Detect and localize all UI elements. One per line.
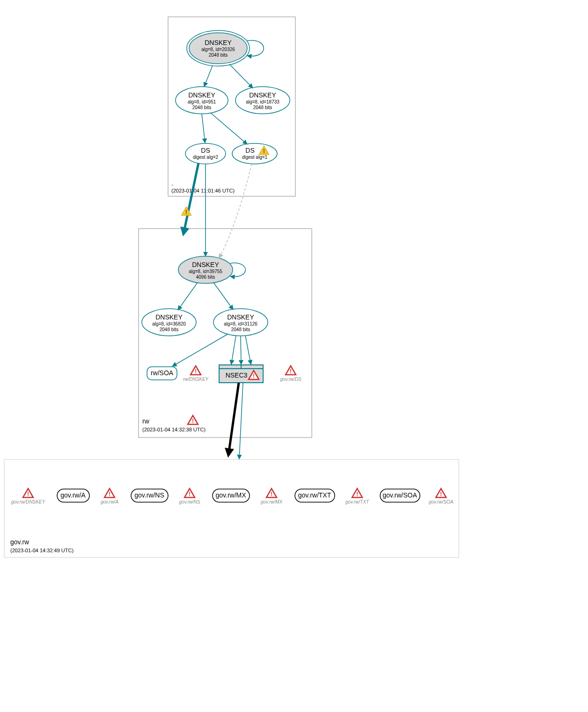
edge-cross-heavy <box>184 163 198 234</box>
item-gov-rw-soa-err[interactable]: gov.rw/SOA <box>429 489 454 504</box>
label: gov.rw/A <box>101 499 118 504</box>
label: alg=8, id=951 <box>188 99 216 104</box>
label: alg=8, id=36820 <box>152 321 186 326</box>
zone-root-name: . <box>171 179 173 187</box>
edge-cross-black <box>228 383 239 455</box>
label: 4096 bits <box>196 274 215 280</box>
label: gov.rw/A <box>60 491 86 499</box>
error-icon <box>352 489 362 497</box>
zone-rw-name: rw <box>142 417 150 425</box>
label: 2048 bits <box>253 105 272 110</box>
label: alg=8, id=31126 <box>224 321 257 326</box>
edge <box>202 114 205 143</box>
item-gov-rw-dnskey[interactable]: gov.rw/DNSKEY <box>11 489 46 504</box>
edge <box>231 335 236 364</box>
label: gov.rw/SOA <box>429 499 454 504</box>
node-rw-dnskey-31126[interactable]: DNSKEY alg=8, id=31126 2048 bits <box>213 309 268 336</box>
node-root-dnskey-951[interactable]: DNSKEY alg=8, id=951 2048 bits <box>176 87 228 114</box>
node-root-ds-1[interactable]: DS digest alg=1 <box>232 143 277 164</box>
label: digest alg=2 <box>193 155 219 160</box>
label: rw/SOA <box>151 369 174 377</box>
node-rw-dnskey-36820[interactable]: DNSKEY alg=8, id=36820 2048 bits <box>142 309 196 336</box>
label: gov.rw/MX <box>215 491 246 499</box>
edge <box>211 113 247 144</box>
edge <box>213 282 233 310</box>
node-rw-soa[interactable]: rw/SOA <box>147 367 177 380</box>
zone-rw-timestamp: (2023-01-04 14:32:38 UTC) <box>142 427 206 432</box>
zone-gov-rw-timestamp: (2023-01-04 14:32:49 UTC) <box>10 548 74 553</box>
edge-cross-dashed <box>219 164 252 258</box>
label: digest alg=1 <box>242 155 268 160</box>
label: DNSKEY <box>205 39 232 46</box>
label: rw/DNSKEY <box>183 377 209 382</box>
label: gov.rw/TXT <box>298 491 331 499</box>
item-gov-rw-ns-box[interactable]: gov.rw/NS <box>131 489 168 502</box>
label: gov.rw/SOA <box>382 491 417 499</box>
label: alg=8, id=20326 <box>201 47 235 52</box>
label: DNSKEY <box>192 261 219 268</box>
error-icon <box>184 489 195 497</box>
label: NSEC3 <box>226 371 248 379</box>
label: alg=8, id=39755 <box>189 269 222 274</box>
label: DNSKEY <box>188 91 215 99</box>
edge <box>204 66 213 87</box>
label: 2048 bits <box>192 105 212 110</box>
label: gov.rw/NS <box>179 499 200 504</box>
error-icon <box>104 489 115 497</box>
edge <box>172 334 228 366</box>
zone-gov-rw-name: gov.rw <box>10 538 29 546</box>
error-icon <box>286 366 296 375</box>
node-root-ksk[interactable]: DNSKEY alg=8, id=20326 2048 bits <box>187 30 250 66</box>
label: 2048 bits <box>209 52 228 58</box>
edge <box>229 64 253 88</box>
zone-root-timestamp: (2023-01-04 11:01:46 UTC) <box>171 188 235 193</box>
label: DNSKEY <box>249 91 276 99</box>
label: DNSKEY <box>227 313 254 321</box>
label: 2048 bits <box>160 327 179 332</box>
error-icon <box>23 489 33 497</box>
error-icon <box>188 415 198 424</box>
edge <box>245 335 251 364</box>
label: gov.rw/TXT <box>345 499 369 504</box>
node-gov-rw-ds[interactable]: gov.rw/DS <box>280 366 301 382</box>
node-rw-ksk[interactable]: DNSKEY alg=8, id=39755 4096 bits <box>178 256 233 283</box>
edge-cross-teal <box>239 383 243 459</box>
item-gov-rw-ns-err[interactable]: gov.rw/NS <box>179 489 200 504</box>
label: alg=8, id=18733 <box>246 99 279 104</box>
item-gov-rw-soa-box[interactable]: gov.rw/SOA <box>380 489 420 502</box>
error-icon <box>266 489 277 497</box>
edge <box>241 336 241 364</box>
item-gov-rw-a-err[interactable]: gov.rw/A <box>101 489 118 504</box>
label: DS <box>201 147 210 154</box>
node-rw-dnskey-error[interactable]: rw/DNSKEY <box>183 366 209 382</box>
label: gov.rw/NS <box>134 491 164 499</box>
edge <box>178 282 198 310</box>
node-rw-nsec3[interactable]: NSEC3 <box>219 365 263 383</box>
svg-point-7 <box>232 143 277 164</box>
node-root-dnskey-18733[interactable]: DNSKEY alg=8, id=18733 2048 bits <box>235 87 290 114</box>
label: DS <box>245 147 254 154</box>
item-gov-rw-txt-box[interactable]: gov.rw/TXT <box>295 489 335 502</box>
label: gov.rw/DNSKEY <box>11 499 46 504</box>
item-gov-rw-a-box[interactable]: gov.rw/A <box>57 489 89 502</box>
error-icon <box>436 489 446 497</box>
error-icon <box>191 366 201 375</box>
label: gov.rw/MX <box>261 499 283 504</box>
item-gov-rw-txt-err[interactable]: gov.rw/TXT <box>345 489 369 504</box>
zone-gov-rw-box <box>4 460 459 557</box>
label: gov.rw/DS <box>280 377 301 382</box>
label: DNSKEY <box>155 313 183 321</box>
item-gov-rw-mx-err[interactable]: gov.rw/MX <box>261 489 283 504</box>
node-root-ds-2[interactable]: DS digest alg=2 <box>185 143 226 164</box>
label: 2048 bits <box>231 327 250 332</box>
item-gov-rw-mx-box[interactable]: gov.rw/MX <box>213 489 250 502</box>
